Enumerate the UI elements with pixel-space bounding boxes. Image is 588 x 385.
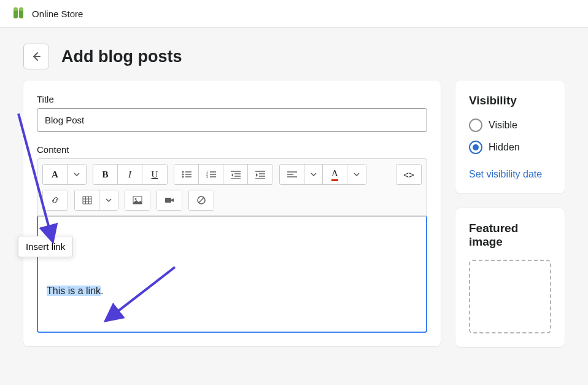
radio-icon-checked [469,141,482,154]
svg-rect-28 [83,196,91,204]
link-icon [50,195,60,205]
outdent-button[interactable] [223,165,248,184]
app-logo-icon [11,6,26,21]
chevron-down-icon [311,173,317,176]
svg-point-5 [182,171,184,173]
no-entry-icon [196,195,206,205]
bullet-list-icon [182,170,191,179]
content-label: Content [37,144,427,155]
svg-line-37 [199,198,204,203]
svg-point-34 [135,198,137,200]
numbered-list-button[interactable]: 123 [199,165,223,184]
svg-point-7 [182,174,184,176]
insert-link-button[interactable] [43,190,68,210]
image-dropzone[interactable] [469,260,551,333]
set-visibility-date-link[interactable]: Set visibility date [469,169,542,180]
table-dropdown-caret[interactable] [99,190,118,210]
topbar-title: Online Store [32,9,83,19]
italic-button[interactable]: I [118,165,142,184]
chevron-down-icon [106,198,112,202]
bold-button[interactable]: B [93,165,118,184]
svg-point-9 [182,176,184,178]
arrow-left-icon [30,50,42,63]
clear-formatting-button[interactable] [189,190,214,210]
visibility-option-hidden[interactable]: Hidden [469,141,551,154]
visibility-card: Visibility Visible Hidden Set visibility… [455,80,565,193]
selected-text: This is a link [47,286,101,296]
numbered-list-icon: 123 [206,170,216,179]
svg-rect-35 [165,198,171,203]
text-color-button[interactable]: A [323,165,347,184]
insert-video-button[interactable] [157,190,182,210]
text-color-dropdown-caret[interactable] [347,165,366,184]
underline-button[interactable]: U [142,165,167,184]
visibility-heading: Visibility [469,94,551,107]
indent-button[interactable] [248,165,273,184]
title-input[interactable] [37,108,427,132]
svg-rect-2 [14,7,18,11]
indent-icon [255,170,265,179]
insert-image-button[interactable] [125,190,150,210]
topbar: Online Store [0,0,588,28]
align-button[interactable] [280,165,304,184]
chevron-down-icon [354,173,360,176]
align-left-icon [287,171,297,178]
outdent-icon [231,170,241,179]
bullet-list-button[interactable] [174,165,199,184]
back-button[interactable] [23,44,49,69]
page-title: Add blog posts [61,47,182,66]
content-editor[interactable]: This is a link. [37,216,427,333]
format-dropdown-caret[interactable] [68,165,86,184]
featured-image-card: Featured image [455,208,565,347]
video-icon [164,196,174,204]
table-icon [82,196,92,204]
tooltip-insert-link: Insert link [18,236,73,257]
visibility-option-visible[interactable]: Visible [469,119,551,132]
main-card: Title Content A B I U [23,80,441,346]
insert-table-button[interactable] [75,190,99,210]
featured-image-heading: Featured image [469,222,551,249]
svg-text:3: 3 [206,175,208,179]
editor-toolbar: A B I U 123 [37,158,427,216]
image-icon [133,196,142,204]
chevron-down-icon [74,173,80,176]
radio-icon [469,119,482,132]
format-dropdown[interactable]: A [43,165,68,184]
align-dropdown-caret[interactable] [304,165,323,184]
page-header: Add blog posts [0,28,588,80]
svg-rect-3 [19,7,23,11]
title-label: Title [37,94,427,104]
code-view-button[interactable]: <> [397,165,421,184]
